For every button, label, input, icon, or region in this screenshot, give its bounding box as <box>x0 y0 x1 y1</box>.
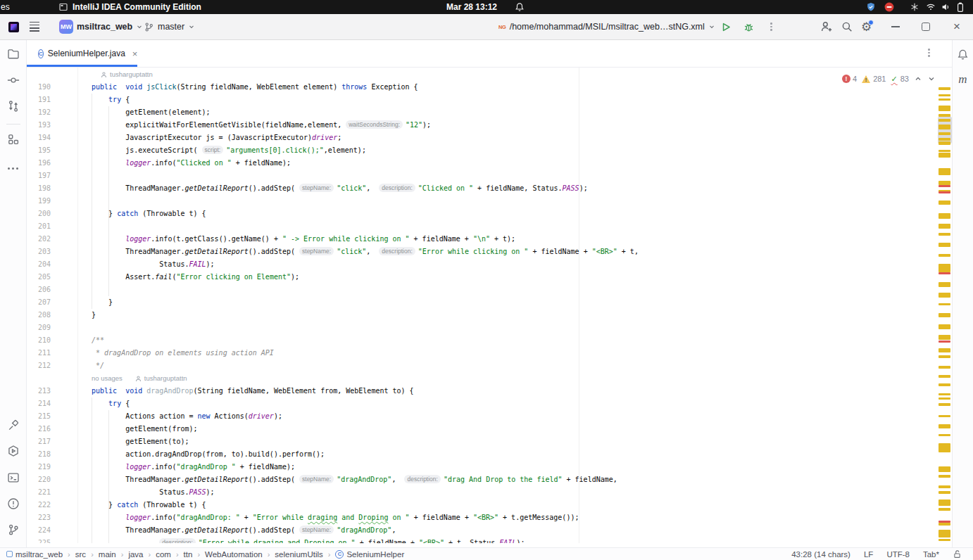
minimap-warning-mark[interactable] <box>939 397 950 400</box>
minimap-warning-mark[interactable] <box>939 106 950 111</box>
breadcrumb-item[interactable]: main <box>99 550 116 559</box>
code-line[interactable]: 216 getElement(from); <box>27 423 938 435</box>
code-line[interactable]: 198 ThreadManager.getDetailReport().addS… <box>27 182 938 195</box>
previous-problem-button[interactable] <box>914 75 922 83</box>
line-number[interactable]: 194 <box>27 132 51 144</box>
build-tool-button[interactable] <box>4 416 23 434</box>
typo-summary[interactable]: ✓ 83 <box>891 75 908 83</box>
code-line[interactable]: 217 getElement(to); <box>27 435 938 448</box>
focused-app-title[interactable]: IntelliJ IDEA Community Edition <box>73 2 201 12</box>
minimap-error-mark[interactable] <box>939 521 950 523</box>
minimap-warning-mark[interactable] <box>939 443 950 452</box>
problems-tool-button[interactable] <box>4 495 23 513</box>
code-line[interactable]: 195 js.executeScript( script:"arguments[… <box>27 144 938 157</box>
line-number[interactable]: 202 <box>27 233 51 246</box>
code-line[interactable]: 204 Status.FAIL); <box>27 258 938 271</box>
code-line[interactable]: 191 try { <box>27 94 938 106</box>
error-stripe[interactable] <box>938 68 952 543</box>
code-line[interactable]: 222 } catch (Throwable t) { <box>27 499 938 511</box>
minimap-warning-mark[interactable] <box>939 466 950 472</box>
minimap-error-mark[interactable] <box>939 341 950 343</box>
project-widget[interactable]: MW msiltrac_web <box>59 14 143 39</box>
tab-seleniumhelper[interactable]: C SeleniumHelper.java × <box>27 40 137 67</box>
minimap-warning-mark[interactable] <box>939 119 950 122</box>
volume-icon[interactable] <box>941 2 950 12</box>
line-number[interactable]: 193 <box>27 119 51 132</box>
minimap-warning-mark[interactable] <box>939 201 950 205</box>
code-line[interactable]: 209 <box>27 322 938 334</box>
settings-button[interactable]: ⚙ <box>861 14 872 39</box>
minimap-warning-mark[interactable] <box>939 403 950 406</box>
line-number[interactable]: 209 <box>27 322 51 334</box>
minimap-warning-mark[interactable] <box>939 141 950 145</box>
minimap-warning-mark[interactable] <box>939 313 950 317</box>
line-number[interactable]: 212 <box>27 359 51 372</box>
line-ending[interactable]: LF <box>864 550 873 559</box>
commit-tool-button[interactable] <box>4 71 23 89</box>
code-line[interactable]: 215 Actions action = new Actions(driver)… <box>27 410 938 423</box>
line-number[interactable]: 214 <box>27 397 51 410</box>
activities-button[interactable]: es <box>1 2 10 12</box>
minimap-warning-mark[interactable] <box>939 125 950 129</box>
code-line[interactable]: 225 description:"Error while draging and… <box>27 537 938 543</box>
code-line[interactable]: 199 <box>27 195 938 208</box>
minimap-warning-mark[interactable] <box>939 150 950 152</box>
code-editor[interactable]: tusharguptattn190public void jsClick(Str… <box>27 68 938 543</box>
code-line[interactable]: 220 ThreadManager.getDetailReport().addS… <box>27 473 938 486</box>
minimap-error-mark[interactable] <box>939 272 950 274</box>
breadcrumb-item[interactable]: com <box>156 550 171 559</box>
line-number[interactable]: 213 <box>27 385 51 397</box>
line-number[interactable]: 191 <box>27 94 51 106</box>
line-number[interactable]: 197 <box>27 170 51 182</box>
line-number[interactable]: 208 <box>27 309 51 322</box>
next-problem-button[interactable] <box>927 75 936 83</box>
minimap-warning-mark[interactable] <box>939 355 950 358</box>
line-number[interactable]: 195 <box>27 144 51 157</box>
line-number[interactable]: 210 <box>27 334 51 347</box>
breadcrumb-item[interactable]: java <box>128 550 143 559</box>
minimap-warning-mark[interactable] <box>939 434 950 436</box>
line-number[interactable]: 217 <box>27 435 51 448</box>
line-number[interactable]: 206 <box>27 284 51 296</box>
minimap-warning-mark[interactable] <box>939 168 950 175</box>
minimap-error-mark[interactable] <box>939 191 950 193</box>
line-number[interactable]: 205 <box>27 271 51 284</box>
minimap-warning-mark[interactable] <box>939 523 950 526</box>
minimap-warning-mark[interactable] <box>939 114 950 117</box>
minimap-warning-mark[interactable] <box>939 383 950 386</box>
line-number[interactable]: 196 <box>27 157 51 170</box>
usages-annotation[interactable]: no usagestusharguptattn <box>27 372 938 385</box>
line-number[interactable]: 216 <box>27 423 51 435</box>
minimap-warning-mark[interactable] <box>939 213 950 219</box>
code-with-me-button[interactable] <box>820 14 833 39</box>
breadcrumb-item[interactable]: WebAutomation <box>205 550 263 559</box>
code-line[interactable]: 207 } <box>27 296 938 309</box>
structure-tool-button[interactable] <box>4 130 23 148</box>
code-line[interactable]: 194 JavascriptExecutor js = (JavascriptE… <box>27 132 938 144</box>
services-tool-button[interactable] <box>4 442 23 460</box>
code-line[interactable]: 203 ThreadManager.getDetailReport().addS… <box>27 246 938 258</box>
code-line[interactable]: 208} <box>27 309 938 322</box>
code-line[interactable]: 212 */ <box>27 359 938 372</box>
caret-position[interactable]: 43:28 (14 chars) <box>791 550 850 559</box>
code-line[interactable]: 192 getElement(element); <box>27 106 938 119</box>
code-line[interactable]: 219 logger.info("dragAndDrop " + fieldNa… <box>27 461 938 473</box>
code-line[interactable]: 224 ThreadManager.getDetailReport().addS… <box>27 524 938 537</box>
minimap-warning-mark[interactable] <box>939 539 950 541</box>
maven-tool-button[interactable]: m <box>954 70 972 89</box>
terminal-tool-button[interactable] <box>4 469 23 487</box>
code-line[interactable]: 206 <box>27 284 938 296</box>
line-number[interactable]: 190 <box>27 81 51 94</box>
line-number[interactable]: 203 <box>27 246 51 258</box>
minimap-warning-mark[interactable] <box>939 508 950 511</box>
clock[interactable]: Mar 28 13:12 <box>446 2 497 12</box>
minimap-warning-mark[interactable] <box>939 264 950 272</box>
line-number[interactable]: 218 <box>27 448 51 461</box>
code-line[interactable]: 223 logger.info("dragAndDrop: " + "Error… <box>27 511 938 524</box>
shield-security-icon[interactable] <box>866 2 876 12</box>
minimap-warning-mark[interactable] <box>939 132 950 135</box>
line-number[interactable]: 215 <box>27 410 51 423</box>
minimap-warning-mark[interactable] <box>939 87 950 90</box>
code-line[interactable]: 193 explicitWaitForElementGetVisible(fie… <box>27 119 938 132</box>
line-number[interactable]: 219 <box>27 461 51 473</box>
